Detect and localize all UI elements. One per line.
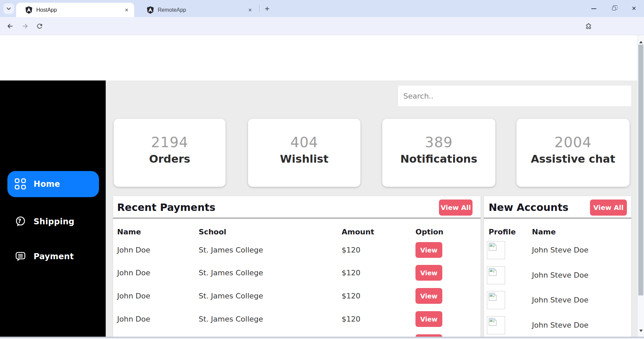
sidebar-item-payment[interactable]: Payment bbox=[7, 246, 99, 267]
dashboard-icon bbox=[14, 178, 27, 190]
forward-button[interactable] bbox=[20, 21, 30, 31]
cell-school: St. James College bbox=[199, 311, 263, 327]
profile-image-placeholder bbox=[487, 316, 505, 334]
sidebar-item-label: Home bbox=[34, 179, 60, 189]
tab-remoteapp[interactable]: RemoteApp ✕ bbox=[137, 3, 258, 17]
panel-title: New Accounts bbox=[489, 202, 568, 213]
close-button[interactable]: ✕ bbox=[624, 0, 644, 17]
stat-card-assistive-chat: 2004 Assistive chat bbox=[516, 119, 630, 187]
cell-name: John Doe bbox=[117, 265, 150, 281]
broken-image-icon bbox=[488, 292, 497, 301]
cell-amount: $120 bbox=[342, 242, 360, 258]
account-name: John Steve Doe bbox=[532, 241, 588, 259]
cell-name: John Doe bbox=[117, 311, 150, 327]
cell-amount: $120 bbox=[342, 288, 360, 304]
broken-image-icon bbox=[488, 318, 497, 326]
panel-title: Recent Payments bbox=[117, 202, 215, 213]
table-row: John Doe St. James College $120 View bbox=[113, 288, 481, 304]
table-row: John Doe St. James College $120 View bbox=[113, 311, 481, 327]
list-item: John Steve Doe bbox=[484, 316, 631, 334]
message-bubble-icon bbox=[14, 250, 27, 263]
forward-arrow-icon bbox=[21, 22, 29, 30]
sidebar-item-label: Payment bbox=[34, 252, 74, 261]
list-item: John Steve Doe bbox=[484, 291, 631, 309]
cell-name: John Doe bbox=[117, 242, 150, 258]
tab-title: HostApp bbox=[36, 7, 123, 13]
sidebar: Home ? Shipping Payment bbox=[0, 80, 106, 339]
search-input[interactable] bbox=[398, 85, 632, 107]
maximize-button[interactable] bbox=[604, 0, 624, 17]
divider bbox=[484, 218, 631, 219]
window-bottom-edge bbox=[0, 337, 644, 339]
stat-label: Assistive chat bbox=[516, 153, 630, 165]
broken-image-icon bbox=[488, 242, 497, 251]
help-bubble-icon: ? bbox=[14, 216, 27, 228]
sidebar-item-label: Shipping bbox=[34, 217, 75, 226]
sidebar-item-home[interactable]: Home bbox=[7, 171, 99, 197]
column-header: School bbox=[199, 228, 226, 236]
vertical-scrollbar[interactable] bbox=[637, 35, 644, 339]
column-header: Amount bbox=[342, 228, 374, 236]
app-header: MOURITECH® GLOBAL ENTERPRISE SOLUTIONS J… bbox=[0, 35, 644, 80]
scroll-up-icon[interactable] bbox=[639, 39, 643, 43]
cell-school: St. James College bbox=[199, 265, 263, 281]
stat-label: Orders bbox=[114, 153, 226, 165]
account-name: John Steve Doe bbox=[532, 316, 588, 334]
minimize-button[interactable] bbox=[584, 0, 604, 17]
back-arrow-icon bbox=[6, 22, 14, 30]
sidebar-item-shipping[interactable]: ? Shipping bbox=[7, 212, 99, 232]
stat-value: 404 bbox=[248, 134, 360, 151]
view-button[interactable]: View bbox=[415, 242, 442, 258]
cell-amount: $120 bbox=[342, 311, 360, 327]
question-glyph: ? bbox=[18, 217, 21, 224]
scroll-down-icon[interactable] bbox=[639, 330, 643, 334]
window-controls: ✕ bbox=[584, 0, 644, 17]
stat-value: 2194 bbox=[114, 134, 226, 151]
tab-title: RemoteApp bbox=[158, 7, 246, 13]
profile-image-placeholder bbox=[487, 266, 505, 284]
tab-close-icon[interactable]: ✕ bbox=[123, 6, 130, 14]
column-header: Option bbox=[415, 228, 443, 236]
stat-label: Notifications bbox=[382, 153, 495, 165]
table-row: John Doe St. James College $120 View bbox=[113, 265, 481, 281]
account-name: John Steve Doe bbox=[532, 266, 588, 284]
angular-favicon-icon bbox=[25, 6, 33, 14]
recent-payments-panel: Recent Payments View All Name School Amo… bbox=[113, 196, 481, 339]
column-header: Name bbox=[532, 228, 556, 236]
stat-card-orders: 2194 Orders bbox=[114, 119, 226, 187]
tab-close-icon[interactable]: ✕ bbox=[246, 6, 254, 14]
restore-icon bbox=[612, 7, 616, 10]
minimize-icon bbox=[591, 8, 596, 9]
cell-school: St. James College bbox=[199, 242, 263, 258]
view-button[interactable]: View bbox=[415, 265, 442, 281]
tab-hostapp[interactable]: HostApp ✕ bbox=[16, 3, 134, 17]
reload-button[interactable] bbox=[35, 21, 44, 31]
view-all-button[interactable]: View All bbox=[439, 200, 473, 216]
back-button[interactable] bbox=[5, 21, 15, 31]
new-accounts-panel: New Accounts View All Profile Name John … bbox=[484, 196, 631, 339]
list-item: John Steve Doe bbox=[484, 241, 631, 259]
view-button[interactable]: View bbox=[415, 311, 442, 327]
scrollbar-thumb[interactable] bbox=[638, 45, 643, 295]
cell-school: St. James College bbox=[199, 288, 263, 304]
stat-value: 389 bbox=[382, 134, 495, 151]
stat-value: 2004 bbox=[516, 134, 630, 151]
new-tab-button[interactable]: + bbox=[262, 3, 273, 14]
divider bbox=[113, 218, 481, 219]
stat-card-wishlist: 404 Wishlist bbox=[248, 119, 360, 187]
browser-window: HostApp ✕ RemoteApp ✕ + ✕ bbox=[0, 0, 644, 339]
view-all-button[interactable]: View All bbox=[590, 200, 627, 216]
broken-image-icon bbox=[488, 268, 497, 276]
extensions-button[interactable] bbox=[584, 22, 593, 31]
angular-favicon-icon bbox=[146, 6, 154, 14]
cell-amount: $120 bbox=[342, 265, 360, 281]
close-icon: ✕ bbox=[632, 6, 636, 11]
column-header: Name bbox=[117, 228, 141, 236]
tab-strip: HostApp ✕ RemoteApp ✕ + ✕ bbox=[0, 0, 644, 17]
chevron-down-icon bbox=[6, 6, 11, 11]
table-row: John Doe St. James College $120 View bbox=[113, 242, 481, 258]
tab-search-button[interactable] bbox=[3, 3, 14, 14]
stat-card-notifications: 389 Notifications bbox=[382, 119, 495, 187]
tab-divider bbox=[259, 5, 259, 12]
view-button[interactable]: View bbox=[415, 288, 442, 304]
